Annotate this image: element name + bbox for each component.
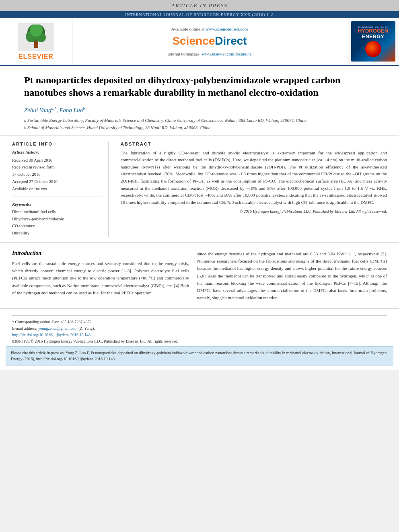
main-content: Introduction Fuel cells are the sustaina… [0, 243, 399, 308]
sciencedirect-logo: ScienceDirect [172, 35, 247, 47]
footnote-section: * Corresponding author. Fax: +85 186 723… [0, 308, 399, 346]
issn-line: 0360-3199/© 2016 Hydrogen Energy Publica… [12, 338, 387, 345]
article-info-section-header: ARTICLE INFO [12, 142, 102, 146]
keywords-label: Keywords: [12, 202, 102, 207]
doi-link[interactable]: http://dx.doi.org/10.1016/j.ijhydene.201… [12, 333, 90, 337]
keyword-4: Durability [12, 230, 102, 237]
logo-journal-name: HYDROGEN ENERGY [358, 28, 388, 40]
keyword-3: CO-tolerance [12, 222, 102, 230]
keywords-block: Keywords: Direct methanol fuel cells Dih… [12, 202, 102, 237]
article-title-section: Pt nanoparticles deposited on dihydroxy-… [0, 66, 399, 136]
affiliations: a Sustainable Energy Laboratory, Faculty… [24, 117, 375, 131]
author1-name: Zehui Yang [24, 107, 51, 113]
hydrogen-energy-logo: International Journal of HYDROGEN ENERGY [351, 21, 395, 62]
elsevier-wordmark: ELSEVIER [19, 53, 53, 60]
available-online: Available online xxx [12, 185, 102, 193]
article-in-press-banner: ARTICLE IN PRESS [0, 0, 399, 11]
received-date: Received 30 April 2016 [12, 157, 102, 164]
keyword-2: Dihydroxy-polybenzimidazole [12, 216, 102, 223]
journal-header-bar: INTERNATIONAL JOURNAL OF HYDROGEN ENERGY… [0, 11, 399, 18]
authors-line: Zehui Yanga,*, Fang Luob [24, 106, 375, 114]
citation-text: Please cite this article in press as: Ya… [11, 351, 387, 361]
introduction-left-text: Fuel cells are the sustainable energy so… [12, 260, 189, 296]
author2-sup: b [83, 106, 85, 111]
elsevier-tree-svg [20, 25, 52, 49]
copyright-line: © 2016 Hydrogen Energy Publications LLC.… [121, 209, 387, 214]
introduction-right: since the energy densities of the hydrog… [197, 250, 387, 301]
author2-name: Fang Luo [59, 107, 83, 113]
keyword-1: Direct methanol fuel cells [12, 208, 102, 216]
article-info-abstract-section: ARTICLE INFO Article history: Received 3… [0, 136, 399, 243]
bottom-citation-bar: Please cite this article in press as: Ya… [6, 346, 393, 366]
doi-link-line: http://dx.doi.org/10.1016/j.ijhydene.201… [12, 332, 387, 338]
right-logo-box: International Journal of HYDROGEN ENERGY [347, 18, 399, 65]
journal-homepage: journal homepage: www.elsevier.com/locat… [168, 51, 252, 56]
svg-rect-0 [34, 41, 38, 48]
journal-line: INTERNATIONAL JOURNAL OF HYDROGEN ENERGY… [125, 12, 274, 17]
article-history-block: Article history: Received 30 April 2016 … [12, 150, 102, 197]
corresponding-author: * Corresponding author. Fax: +85 186 723… [12, 319, 387, 325]
history-label: Article history: [12, 150, 102, 154]
received-revised-date: 17 October 2016 [12, 171, 102, 178]
abstract-col: ABSTRACT The fabrication of a highly CO-… [117, 142, 387, 237]
footnote-divider [12, 315, 387, 316]
introduction-right-text: since the energy densities of the hydrog… [197, 250, 387, 301]
introduction-title: Introduction [12, 250, 189, 257]
elsevier-tree-image [18, 23, 54, 51]
affiliation-b: b School of Materials and Science, Hubei… [24, 124, 375, 131]
abstract-section-header: ABSTRACT [121, 142, 387, 146]
page: ARTICLE IN PRESS INTERNATIONAL JOURNAL O… [0, 0, 399, 370]
introduction-left: Introduction Fuel cells are the sustaina… [12, 250, 189, 301]
journal-homepage-url[interactable]: www.elsevier.com/locate/he [202, 51, 252, 56]
accepted-date: Accepted 27 October 2016 [12, 178, 102, 185]
received-revised-label: Received in revised form [12, 164, 102, 171]
email-link[interactable]: yeungzehui@gmail.com [38, 326, 78, 331]
email-line: E-mail address: yeungzehui@gmail.com (Z.… [12, 325, 387, 332]
sciencedirect-url[interactable]: www.sciencedirect.com [206, 27, 248, 31]
article-info-col: ARTICLE INFO Article history: Received 3… [12, 142, 109, 237]
center-header: Available online at www.sciencedirect.co… [72, 18, 347, 65]
author1-sup: a,* [51, 106, 56, 111]
article-in-press-label: ARTICLE IN PRESS [171, 2, 228, 8]
abstract-text: The fabrication of a highly CO-tolerant … [121, 150, 387, 206]
article-title: Pt nanoparticles deposited on dihydroxy-… [24, 74, 375, 99]
elsevier-logo-box: ELSEVIER [0, 18, 72, 65]
top-header: ELSEVIER Available online at www.science… [0, 18, 399, 66]
available-online-text: Available online at www.sciencedirect.co… [171, 27, 248, 31]
affiliation-a: a Sustainable Energy Laboratory, Faculty… [24, 117, 375, 124]
logo-globe-graphic [365, 41, 381, 57]
